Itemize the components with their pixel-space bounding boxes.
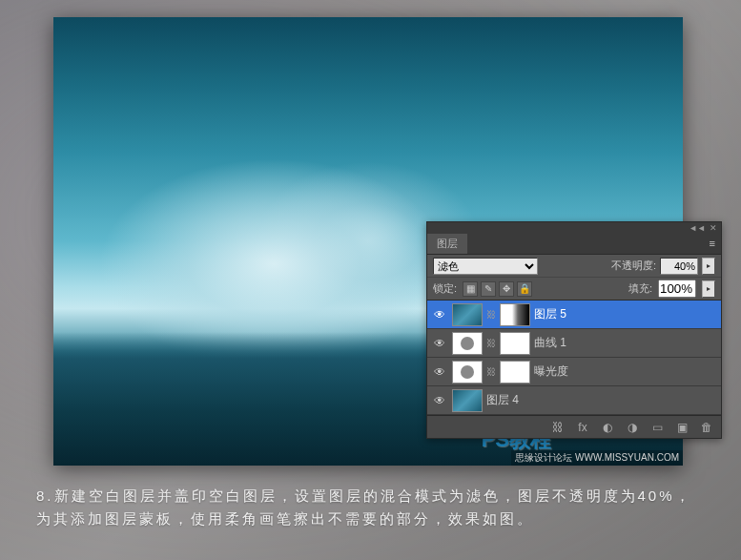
new-layer-icon[interactable]: ▣: [673, 419, 690, 436]
panel-collapse-icon[interactable]: ◄◄: [689, 223, 706, 233]
panel-titlebar: ◄◄ ✕: [427, 222, 721, 234]
opacity-dropdown-icon[interactable]: ▸: [702, 258, 715, 275]
add-mask-icon[interactable]: ◐: [599, 419, 616, 436]
panel-menu-icon[interactable]: ≡: [704, 234, 721, 254]
visibility-toggle-icon[interactable]: 👁: [431, 392, 448, 409]
adjustment-layer-icon[interactable]: ◑: [624, 419, 641, 436]
mask-link-icon[interactable]: ⛓: [486, 309, 496, 320]
adjustment-thumbnail[interactable]: [452, 332, 483, 355]
fill-dropdown-icon[interactable]: ▸: [702, 280, 715, 298]
adjustment-thumbnail[interactable]: [452, 361, 483, 384]
layer-thumbnail[interactable]: [452, 389, 483, 412]
lock-pixels-icon[interactable]: ✎: [481, 281, 496, 297]
layer-row[interactable]: 👁 ⛓ 曝光度: [427, 358, 721, 386]
layer-name[interactable]: 曝光度: [534, 363, 717, 380]
panel-close-icon[interactable]: ✕: [710, 223, 717, 233]
step-instruction: 8.新建空白图层并盖印空白图层，设置图层的混合模式为滤色，图层不透明度为40%，…: [36, 485, 705, 530]
delete-layer-icon[interactable]: 🗑: [698, 419, 715, 436]
fill-label: 填充:: [628, 281, 652, 296]
watermark-site: 思缘设计论坛 WWW.MISSYUAN.COM: [511, 450, 683, 466]
opacity-label: 不透明度:: [611, 259, 656, 273]
layer-name[interactable]: 曲线 1: [534, 335, 717, 351]
layers-panel: ◄◄ ✕ 图层 ≡ 滤色 不透明度: ▸ 锁定: ▦ ✎ ✥ 🔒 填充: ▸ 👁…: [426, 221, 722, 439]
layer-mask-thumbnail[interactable]: [500, 303, 530, 326]
blend-mode-select[interactable]: 滤色: [433, 258, 538, 275]
tab-layers[interactable]: 图层: [427, 234, 467, 254]
fx-icon[interactable]: fx: [574, 419, 591, 436]
layer-mask-thumbnail[interactable]: [500, 361, 530, 384]
lock-label: 锁定:: [433, 281, 457, 296]
layer-thumbnail[interactable]: [452, 303, 483, 326]
visibility-toggle-icon[interactable]: 👁: [431, 363, 448, 381]
mask-link-icon[interactable]: ⛓: [486, 366, 496, 377]
link-layers-icon[interactable]: ⛓: [549, 419, 566, 436]
new-group-icon[interactable]: ▭: [648, 419, 666, 436]
layer-mask-thumbnail[interactable]: [500, 332, 530, 355]
layer-name[interactable]: 图层 4: [486, 392, 717, 408]
mask-link-icon[interactable]: ⛓: [486, 338, 496, 348]
visibility-toggle-icon[interactable]: 👁: [431, 306, 448, 323]
layers-list: 👁 ⛓ 图层 5 👁 ⛓ 曲线 1 👁 ⛓ 曝光度 👁 图层 4: [427, 301, 721, 415]
layer-name[interactable]: 图层 5: [534, 306, 717, 322]
lock-transparency-icon[interactable]: ▦: [463, 281, 478, 297]
opacity-input[interactable]: [660, 258, 698, 275]
fill-input[interactable]: [658, 280, 696, 298]
layer-row[interactable]: 👁 ⛓ 曲线 1: [427, 329, 721, 358]
layer-row[interactable]: 👁 图层 4: [427, 386, 721, 415]
lock-all-icon[interactable]: 🔒: [517, 281, 532, 297]
panel-footer: ⛓ fx ◐ ◑ ▭ ▣ 🗑: [427, 415, 721, 438]
lock-position-icon[interactable]: ✥: [499, 281, 514, 297]
layer-row[interactable]: 👁 ⛓ 图层 5: [427, 301, 721, 329]
visibility-toggle-icon[interactable]: 👁: [431, 335, 448, 352]
